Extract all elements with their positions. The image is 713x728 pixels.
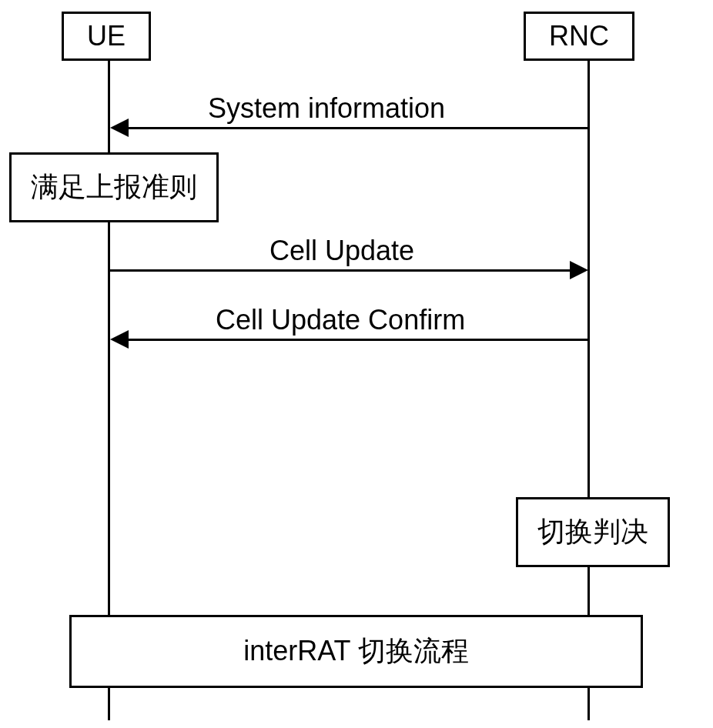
ue-action-box: 满足上报准则 — [9, 152, 219, 222]
lifeline-rnc-3 — [587, 683, 590, 720]
ue-action-label: 满足上报准则 — [31, 171, 197, 202]
process-label: interRAT 切换流程 — [243, 635, 469, 666]
arrow-head-system-info — [110, 119, 129, 137]
participant-ue: UE — [62, 12, 151, 61]
arrow-cell-update-confirm — [126, 339, 587, 341]
process-box: interRAT 切换流程 — [69, 615, 643, 688]
rnc-action-box: 切换判决 — [516, 497, 670, 567]
message-cell-update-confirm-label: Cell Update Confirm — [216, 304, 465, 336]
participant-rnc-label: RNC — [549, 20, 609, 52]
lifeline-ue-2 — [108, 220, 110, 615]
arrow-system-info — [126, 127, 587, 129]
message-cell-update-label: Cell Update — [269, 235, 414, 267]
lifeline-rnc-2 — [587, 566, 590, 615]
lifeline-ue-3 — [108, 683, 110, 720]
lifeline-ue — [108, 60, 110, 152]
rnc-action-label: 切换判决 — [537, 516, 648, 547]
arrow-head-cell-update — [570, 261, 588, 279]
sequence-diagram: UE RNC System information 满足上报准则 Cell Up… — [0, 0, 713, 728]
message-system-info-label: System information — [208, 92, 445, 125]
participant-ue-label: UE — [87, 20, 126, 52]
arrow-cell-update — [110, 269, 572, 272]
participant-rnc: RNC — [524, 12, 634, 61]
arrow-head-cell-update-confirm — [110, 330, 129, 349]
